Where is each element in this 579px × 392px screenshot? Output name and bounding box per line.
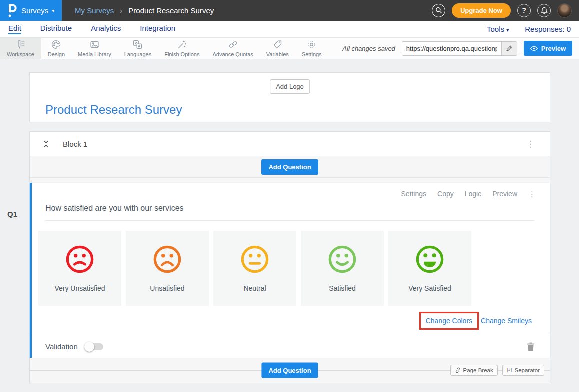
question-settings-link[interactable]: Settings [401, 190, 426, 198]
translate-icon [132, 40, 143, 50]
question-actions: Settings Copy Logic Preview ⋮ [32, 183, 550, 198]
smiley-option-very-unsatisfied[interactable]: Very Unsatisfied [38, 231, 121, 306]
block-header: Block 1 ⋮ [30, 132, 550, 156]
tools-menu[interactable]: Tools ▾ [487, 25, 509, 34]
product-switcher[interactable]: Surveys ▾ [0, 0, 62, 21]
eye-icon [530, 46, 538, 52]
toolbar-item-advance-quotas[interactable]: Advance Quotas [206, 38, 259, 59]
very-unsatisfied-smiley-icon [64, 244, 95, 275]
trash-icon [527, 342, 535, 352]
editor-toolbar: Workspace Design Media Library Languages… [0, 38, 579, 60]
chain-icon [228, 40, 238, 50]
product-label: Surveys [21, 6, 48, 15]
add-question-band-bottom: Add Question Page Break ☑ Separator [30, 358, 550, 383]
very-satisfied-smiley-icon [414, 244, 445, 275]
bell-icon [541, 7, 548, 14]
survey-title[interactable]: Product Research Survey [45, 103, 182, 117]
add-question-button-top[interactable]: Add Question [261, 160, 318, 175]
add-question-band-top: Add Question [30, 156, 550, 178]
checkbox-checked-icon: ☑ [507, 368, 512, 374]
smiley-option-satisfied[interactable]: Satisfied [301, 231, 384, 306]
unsatisfied-smiley-icon [152, 244, 183, 275]
delete-question-button[interactable] [527, 342, 535, 352]
pencil-icon [506, 46, 512, 52]
collapse-block-icon[interactable] [42, 140, 50, 148]
user-avatar[interactable] [557, 4, 572, 18]
tab-analytics[interactable]: Analytics [91, 24, 121, 34]
question-code: Q1 [7, 210, 17, 218]
upgrade-now-button[interactable]: Upgrade Now [452, 4, 511, 18]
survey-nav: Edit Distribute Analytics Integration To… [0, 21, 579, 38]
chevron-down-icon: ▾ [52, 8, 54, 14]
smiley-option-unsatisfied[interactable]: Unsatisfied [126, 231, 209, 306]
breadcrumb-current-survey: Product Research Survey [128, 6, 214, 15]
tab-integration[interactable]: Integration [140, 24, 175, 34]
smiley-option-label: Neutral [243, 284, 266, 292]
survey-url-group [402, 42, 517, 56]
question-menu-kebab-icon[interactable]: ⋮ [528, 190, 536, 198]
smiley-option-label: Very Unsatisfied [54, 284, 105, 292]
tab-edit[interactable]: Edit [8, 24, 21, 34]
edit-url-button[interactable] [501, 42, 517, 56]
breadcrumb-my-surveys[interactable]: My Surveys [75, 6, 114, 15]
help-icon: ? [522, 6, 526, 14]
top-bar: Surveys ▾ My Surveys › Product Research … [0, 0, 579, 21]
topbar-actions: Upgrade Now ? [432, 4, 579, 18]
neutral-smiley-icon [239, 244, 270, 275]
question-logic-link[interactable]: Logic [465, 190, 481, 198]
smiley-option-neutral[interactable]: Neutral [213, 231, 296, 306]
wand-icon [177, 40, 187, 50]
separator-button[interactable]: ☑ Separator [502, 365, 544, 376]
toolbar-item-design[interactable]: Design [41, 38, 71, 59]
annotation-highlight-box: Change Colors [419, 312, 479, 330]
responses-count[interactable]: Responses: 0 [525, 25, 571, 34]
survey-nav-tabs: Edit Distribute Analytics Integration [8, 24, 175, 34]
change-smileys-link[interactable]: Change Smileys [481, 317, 532, 325]
block-menu-kebab-icon[interactable]: ⋮ [524, 139, 537, 150]
toolbar-right: All changes saved Preview [342, 38, 579, 59]
questionpro-logo-icon [7, 4, 17, 18]
question-text[interactable]: How satisfied are you with our services [45, 204, 535, 221]
add-logo-button[interactable]: Add Logo [270, 80, 310, 94]
gear-icon [306, 40, 317, 50]
band-bottom-right: Page Break ☑ Separator [450, 365, 544, 376]
smiley-option-label: Very Satisfied [408, 284, 451, 292]
toolbar-item-settings[interactable]: Settings [295, 38, 328, 59]
smiley-options-row: Very Unsatisfied Unsatisfied Neutral [38, 231, 550, 306]
smiley-option-very-satisfied[interactable]: Very Satisfied [388, 231, 471, 306]
breadcrumb: My Surveys › Product Research Survey [75, 6, 214, 15]
save-status: All changes saved [342, 45, 395, 52]
validation-label: Validation [45, 342, 78, 351]
question-card: Settings Copy Logic Preview ⋮ How satisf… [30, 183, 550, 358]
image-icon [89, 40, 100, 50]
notifications-button[interactable] [537, 4, 551, 18]
preview-button[interactable]: Preview [524, 41, 572, 56]
change-colors-link[interactable]: Change Colors [426, 317, 472, 325]
page-break-icon [455, 368, 461, 374]
question-copy-link[interactable]: Copy [437, 190, 454, 198]
validation-toggle[interactable] [85, 344, 103, 350]
search-icon [435, 7, 442, 14]
workspace-content: Add Logo Product Research Survey Block 1… [0, 60, 579, 384]
toolbar-item-variables[interactable]: Variables [260, 38, 295, 59]
toolbar-item-languages[interactable]: Languages [118, 38, 158, 59]
survey-nav-right: Tools ▾ Responses: 0 [487, 25, 571, 34]
tab-distribute[interactable]: Distribute [40, 24, 72, 34]
help-button[interactable]: ? [517, 4, 531, 18]
question-preview-link[interactable]: Preview [492, 190, 517, 198]
chevron-down-icon: ▾ [506, 28, 509, 33]
toolbar-item-finish-options[interactable]: Finish Options [158, 38, 206, 59]
block-card: Block 1 ⋮ Add Question Q1 Settings Copy … [29, 132, 550, 384]
search-button[interactable] [432, 4, 445, 18]
toolbar-item-workspace[interactable]: Workspace [0, 38, 41, 59]
satisfied-smiley-icon [327, 244, 358, 275]
breadcrumb-chevron-icon: › [120, 6, 122, 15]
survey-url-input[interactable] [402, 42, 501, 56]
block-title[interactable]: Block 1 [63, 140, 87, 148]
smiley-option-label: Satisfied [329, 284, 356, 292]
page-break-button[interactable]: Page Break [450, 365, 498, 376]
toolbar-item-media-library[interactable]: Media Library [71, 38, 118, 59]
workspace-icon [15, 40, 26, 50]
add-question-button-bottom[interactable]: Add Question [261, 363, 318, 378]
validation-row: Validation [32, 335, 550, 358]
